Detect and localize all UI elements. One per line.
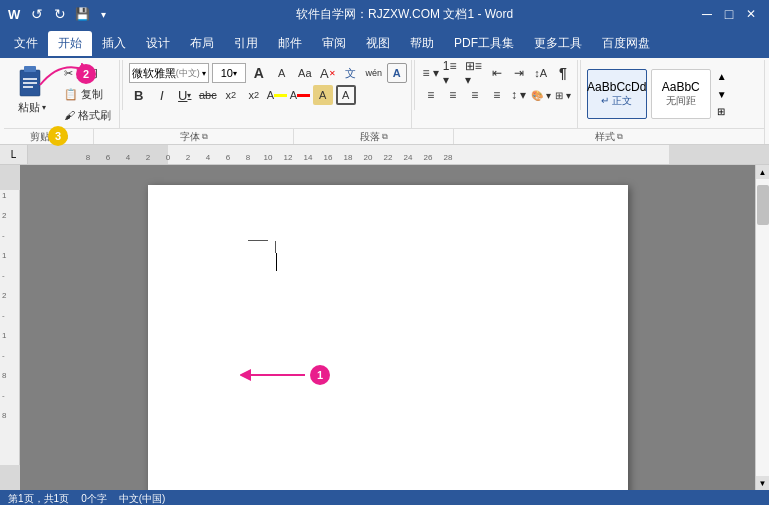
italic-button[interactable]: I: [152, 85, 172, 105]
sort-button[interactable]: ↕A: [531, 63, 551, 83]
vruler-9: -: [2, 351, 5, 360]
borders-button[interactable]: ⊞ ▾: [553, 85, 573, 105]
minimize-button[interactable]: ─: [697, 4, 717, 24]
cursor-top-line: [275, 241, 276, 253]
scroll-up-button[interactable]: ▲: [756, 165, 770, 179]
tab-stop-selector[interactable]: L: [0, 145, 28, 165]
right-margin-zone: [669, 145, 769, 164]
text-highlight-button[interactable]: A: [267, 85, 287, 105]
vruler-6: 2: [2, 291, 6, 300]
text-effects-button[interactable]: A: [387, 63, 407, 83]
menu-design[interactable]: 设计: [136, 31, 180, 56]
ruler-tick-20: 20: [364, 153, 373, 162]
vruler-7: -: [2, 311, 5, 320]
scroll-track[interactable]: [756, 179, 770, 476]
shrink-font-button[interactable]: A: [272, 63, 292, 83]
highlight-color-bar: [274, 94, 287, 97]
subscript-button[interactable]: x2: [221, 85, 241, 105]
menu-file[interactable]: 文件: [4, 31, 48, 56]
format-painter-button[interactable]: 🖌 格式刷: [60, 106, 115, 125]
pinyin-button[interactable]: wén: [364, 63, 384, 83]
scroll-down-button[interactable]: ▼: [756, 476, 770, 490]
char-shading-button[interactable]: A: [313, 85, 333, 105]
paragraph-dialog-icon[interactable]: ⧉: [382, 132, 388, 142]
document-area: 1 2 - 1 - 2 - 1 - 8 - 8: [0, 165, 769, 490]
underline-dropdown-icon: ▾: [187, 91, 191, 100]
maximize-button[interactable]: □: [719, 4, 739, 24]
font-size-box[interactable]: 10 ▾: [212, 63, 246, 83]
underline-button[interactable]: U ▾: [175, 85, 195, 105]
menu-view[interactable]: 视图: [356, 31, 400, 56]
font-group: 微软雅黑 (中文) ▾ 10 ▾ A A Aa A ✕: [125, 60, 412, 128]
menu-insert[interactable]: 插入: [92, 31, 136, 56]
cursor-position: [276, 253, 277, 274]
style-no-spacing-preview: AaBbC: [662, 80, 700, 94]
change-case-button[interactable]: Aa: [295, 63, 315, 83]
bold-button[interactable]: B: [129, 85, 149, 105]
styles-label[interactable]: 样式 ⧉: [454, 129, 765, 144]
styles-dialog-icon[interactable]: ⧉: [617, 132, 623, 142]
align-center-button[interactable]: ≡: [443, 85, 463, 105]
clear-format-icon: A: [320, 66, 329, 81]
style-normal[interactable]: AaBbCcDd ↵ 正文: [587, 69, 647, 119]
superscript-button[interactable]: x2: [244, 85, 264, 105]
undo-button[interactable]: ↺: [27, 4, 47, 24]
page-container[interactable]: 1: [20, 165, 755, 490]
char-border-button[interactable]: A: [336, 85, 356, 105]
grow-font-button[interactable]: A: [249, 63, 269, 83]
ruler-tick-neg2: 2: [146, 153, 150, 162]
paragraph-label[interactable]: 段落 ⧉: [294, 129, 454, 144]
style-normal-preview: AaBbCcDd: [587, 80, 646, 94]
ruler-tick-6: 6: [226, 153, 230, 162]
styles-expand[interactable]: ⊞: [717, 106, 727, 117]
decrease-indent-button[interactable]: ⇤: [487, 63, 507, 83]
justify-button[interactable]: ≡: [487, 85, 507, 105]
line-spacing-button[interactable]: ↕ ▾: [509, 85, 529, 105]
bottom-margin-zone: [0, 465, 20, 490]
strikethrough-button[interactable]: abc: [198, 85, 218, 105]
page-info: 第1页，共1页: [8, 492, 69, 505]
wen-button[interactable]: 文: [341, 63, 361, 83]
menu-pdf-tools[interactable]: PDF工具集: [444, 31, 524, 56]
menu-home[interactable]: 开始: [48, 31, 92, 56]
menu-layout[interactable]: 布局: [180, 31, 224, 56]
word-logo-icon: W: [8, 7, 20, 22]
style-no-spacing-label: 无间距: [666, 94, 696, 108]
close-button[interactable]: ✕: [741, 4, 761, 24]
clear-format-button[interactable]: A ✕: [318, 63, 338, 83]
redo-button[interactable]: ↻: [50, 4, 70, 24]
numbering-button[interactable]: 1≡ ▾: [443, 63, 463, 83]
copy-button[interactable]: 📋 复制: [60, 85, 115, 104]
menu-more-tools[interactable]: 更多工具: [524, 31, 592, 56]
menu-review[interactable]: 审阅: [312, 31, 356, 56]
vruler-11: -: [2, 391, 5, 400]
increase-indent-button[interactable]: ⇥: [509, 63, 529, 83]
style-no-spacing[interactable]: AaBbC 无间距: [651, 69, 711, 119]
align-right-button[interactable]: ≡: [465, 85, 485, 105]
vruler-3: -: [2, 231, 5, 240]
title-bar: W ↺ ↻ 💾 ▾ 软件自学网：RJZXW.COM 文档1 - Word ─ □…: [0, 0, 769, 28]
menu-mailings[interactable]: 邮件: [268, 31, 312, 56]
shading-button[interactable]: 🎨 ▾: [531, 85, 551, 105]
font-name-box[interactable]: 微软雅黑 (中文) ▾: [129, 63, 209, 83]
align-left-button[interactable]: ≡: [421, 85, 441, 105]
font-label[interactable]: 字体 ⧉: [94, 129, 294, 144]
multilevel-list-button[interactable]: ⊞≡ ▾: [465, 63, 485, 83]
styles-scroll-down[interactable]: ▼: [717, 89, 727, 100]
paste-button[interactable]: 粘贴 ▾: [6, 62, 58, 126]
bullets-button[interactable]: ≡ ▾: [421, 63, 441, 83]
qat-more-button[interactable]: ▾: [94, 5, 112, 23]
font-dialog-icon[interactable]: ⧉: [202, 132, 208, 142]
menu-baidu-netdisk[interactable]: 百度网盘: [592, 31, 660, 56]
ruler-tick-14: 14: [304, 153, 313, 162]
menu-help[interactable]: 帮助: [400, 31, 444, 56]
divider-2: [414, 60, 415, 110]
show-formatting-button[interactable]: ¶: [553, 63, 573, 83]
document-page[interactable]: [148, 185, 628, 490]
font-color-button[interactable]: A: [290, 85, 310, 105]
ruler-tick-neg6: 6: [106, 153, 110, 162]
save-button[interactable]: 💾: [73, 5, 91, 23]
scroll-thumb[interactable]: [757, 185, 769, 225]
menu-references[interactable]: 引用: [224, 31, 268, 56]
styles-scroll-up[interactable]: ▲: [717, 71, 727, 82]
